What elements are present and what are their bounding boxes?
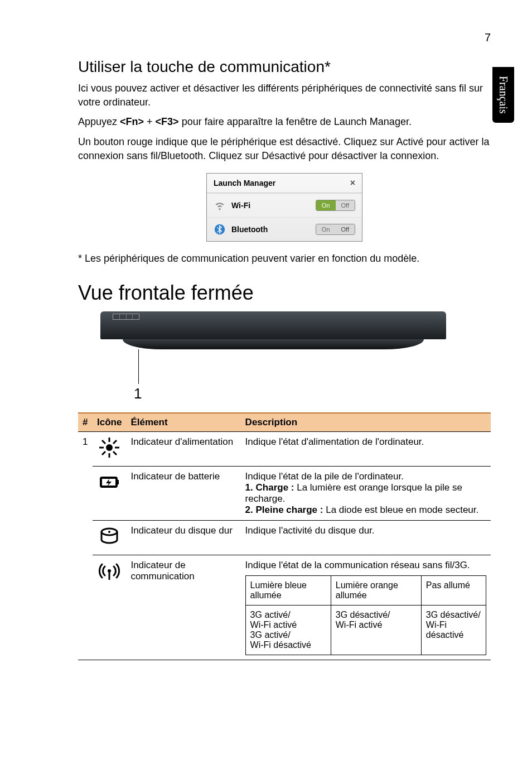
row-num: 1	[78, 432, 93, 660]
section1-note: * Les périphériques de communication peu…	[78, 252, 491, 266]
inner-c3: 3G désactivé/ Wi-Fi désactivé	[421, 606, 486, 655]
inner-h2: Lumière orange allumée	[331, 576, 421, 606]
launch-manager-window: Launch Manager × Wi-Fi On Off Bluetooth …	[206, 173, 362, 242]
table-row: Indicateur de communication Indique l'ét…	[78, 555, 491, 660]
svg-line-6	[102, 440, 105, 444]
close-icon[interactable]: ×	[350, 178, 355, 188]
comm-desc: Indique l'état de la communication résea…	[245, 560, 486, 571]
bluetooth-icon	[214, 223, 226, 236]
row-element: Indicateur de batterie	[126, 467, 240, 521]
launch-row-bluetooth: Bluetooth On Off	[207, 217, 362, 241]
row-element: Indicateur d'alimentation	[126, 432, 240, 467]
launch-title: Launch Manager	[214, 179, 275, 188]
section2-title: Vue frontale fermée	[78, 281, 491, 305]
battery-icon	[93, 467, 126, 521]
device-front-image: 1	[100, 311, 446, 402]
inner-c2: 3G désactivé/ Wi-Fi activé	[331, 606, 421, 655]
section1-p1: Ici vous pouvez activer et désactiver le…	[78, 81, 491, 109]
hdd-icon	[93, 521, 126, 555]
inner-h1: Lumière bleue allumée	[245, 576, 331, 606]
row-description: Indique l'état d'alimentation de l'ordin…	[241, 432, 491, 467]
bat-line1: Indique l'état de la pile de l'ordinateu…	[245, 471, 486, 482]
svg-line-7	[113, 451, 117, 455]
wifi-label: Wi-Fi	[231, 201, 310, 210]
launch-row-wifi: Wi-Fi On Off	[207, 193, 362, 217]
row-element: Indicateur du disque dur	[126, 521, 240, 555]
wifi-on: On	[316, 200, 336, 210]
th-description: Description	[241, 413, 491, 432]
svg-point-14	[108, 569, 111, 573]
row-description: Indique l'état de la communication résea…	[241, 555, 491, 660]
key-f3: <F3>	[156, 116, 179, 127]
p2-pre: Appuyez	[78, 116, 120, 127]
callout-1: 1	[134, 385, 446, 402]
bluetooth-label: Bluetooth	[231, 225, 310, 234]
bat-l3a: 2. Pleine charge :	[245, 504, 326, 515]
svg-point-13	[108, 531, 110, 533]
wifi-icon	[214, 199, 226, 212]
th-num: #	[78, 413, 93, 432]
table-row: Indicateur de batterie Indique l'état de…	[78, 467, 491, 521]
spec-table: # Icône Élément Description 1 Indicateur…	[78, 412, 491, 660]
row-description: Indique l'état de la pile de l'ordinateu…	[241, 467, 491, 521]
comm-inner-table: Lumière bleue allumée Lumière orange all…	[245, 575, 486, 655]
led-strip	[113, 314, 139, 320]
language-tab: Français	[492, 67, 514, 123]
inner-c1: 3G activé/ Wi-Fi activé 3G activé/ Wi-Fi…	[245, 606, 331, 655]
row-description: Indique l'activité du disque dur.	[241, 521, 491, 555]
wifi-toggle[interactable]: On Off	[316, 200, 355, 211]
th-icon: Icône	[93, 413, 126, 432]
bat-l2a: 1. Charge :	[245, 482, 297, 493]
svg-line-9	[102, 451, 105, 455]
svg-point-1	[106, 444, 113, 451]
section1-p2: Appuyez <Fn> + <F3> pour faire apparaîtr…	[78, 115, 491, 129]
p2-post: pour faire apparaître la fenêtre de Laun…	[179, 116, 412, 127]
row-element: Indicateur de communication	[126, 555, 240, 660]
power-icon	[93, 432, 126, 467]
launch-header: Launch Manager ×	[207, 174, 362, 193]
p2-mid: +	[144, 116, 156, 127]
key-fn: <Fn>	[120, 116, 144, 127]
section1-p3: Un bouton rouge indique que le périphéri…	[78, 135, 491, 163]
wifi-off: Off	[336, 200, 355, 210]
bluetooth-off: Off	[336, 224, 355, 234]
section1-title: Utiliser la touche de communication*	[78, 58, 491, 76]
page-number: 7	[485, 31, 491, 44]
inner-h3: Pas allumé	[421, 576, 486, 606]
table-row: 1 Indicateur d'alimentation Indique l'ét…	[78, 432, 491, 467]
svg-line-8	[113, 440, 117, 444]
th-element: Élément	[126, 413, 240, 432]
bat-l3b: La diode est bleue en mode secteur.	[326, 504, 478, 515]
bluetooth-toggle[interactable]: On Off	[316, 224, 355, 235]
bluetooth-on: On	[316, 224, 336, 234]
page-content: Utiliser la touche de communication* Ici…	[0, 0, 532, 683]
table-row: Indicateur du disque dur Indique l'activ…	[78, 521, 491, 555]
comm-icon	[93, 555, 126, 660]
svg-rect-11	[117, 480, 119, 484]
